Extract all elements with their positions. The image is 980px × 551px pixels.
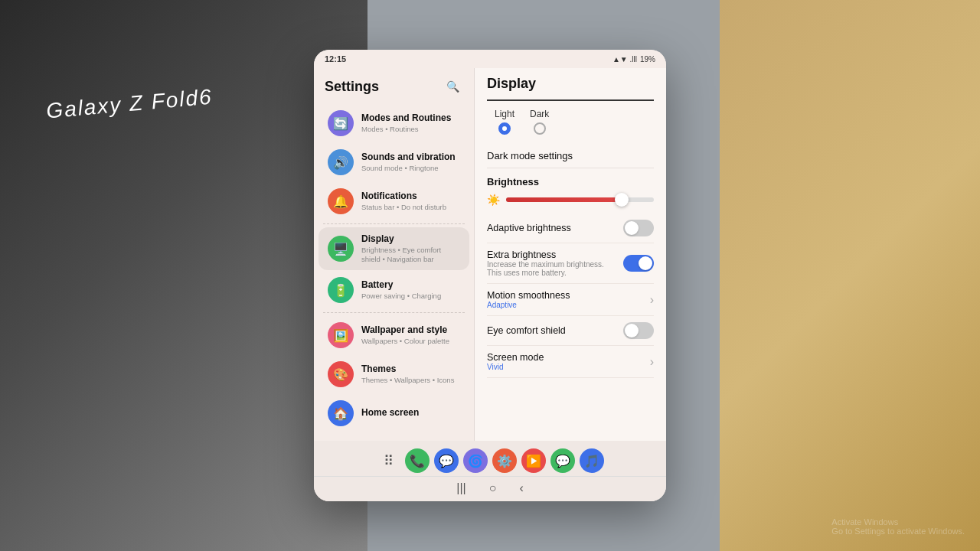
wallpaper-name: Wallpaper and style [361, 324, 460, 337]
sidebar-item-sounds[interactable]: 🔊 Sounds and vibration Sound mode • Ring… [318, 143, 469, 181]
settings-header: Settings 🔍 [314, 68, 474, 103]
system-nav: ||| ○ ‹ [314, 477, 666, 497]
sounds-text: Sounds and vibration Sound mode • Ringto… [361, 152, 460, 173]
eye-comfort-row: Eye comfort shield [487, 316, 654, 346]
nav-back-button[interactable]: ‹ [519, 481, 523, 495]
extra-brightness-sub: Increase the maximum brightness.This use… [487, 260, 623, 277]
status-signal: ▲▼ .lll [612, 55, 637, 64]
themes-name: Themes [361, 364, 460, 376]
dock-music[interactable]: 🎵 [580, 448, 604, 473]
motion-smoothness-text: Motion smoothness Adaptive [487, 290, 570, 309]
wallpaper-icon: 🖼️ [328, 322, 354, 348]
main-content: Settings 🔍 🔄 Modes and Routines Modes • … [314, 68, 666, 441]
dock-messages[interactable]: 💬 [434, 448, 459, 473]
extra-brightness-row: Extra brightness Increase the maximum br… [487, 243, 654, 284]
theme-dark-label: Dark [530, 109, 549, 119]
dock-apps-grid[interactable]: ⠿ [376, 448, 400, 473]
themes-text: Themes Themes • Wallpapers • Icons [361, 364, 460, 385]
adaptive-brightness-name: Adaptive brightness [487, 223, 623, 233]
settings-panel: Settings 🔍 🔄 Modes and Routines Modes • … [314, 68, 475, 441]
eye-comfort-text: Eye comfort shield [487, 325, 623, 336]
home-name: Home screen [361, 407, 460, 419]
device-label: Galaxy Z Fold6 [45, 85, 214, 124]
notifications-text: Notifications Status bar • Do not distur… [361, 191, 460, 212]
eye-comfort-name: Eye comfort shield [487, 325, 623, 336]
screen-mode-value: Vivid [487, 363, 544, 371]
brightness-thumb[interactable] [615, 193, 629, 207]
eye-comfort-toggle[interactable] [623, 322, 654, 339]
battery-icon: 🔋 [328, 277, 354, 303]
battery-name: Battery [361, 279, 460, 292]
extra-brightness-toggle[interactable] [623, 255, 654, 272]
motion-smoothness-value: Adaptive [487, 301, 570, 309]
notifications-sub: Status bar • Do not disturb [361, 203, 460, 212]
battery-text: Battery Power saving • Charging [361, 279, 460, 301]
display-panel: Display Light Dark Dark mode settings Br… [475, 68, 666, 441]
extra-brightness-name: Extra brightness [487, 249, 623, 260]
app-dock: ⠿ 📞 💬 🌀 ⚙️ ▶️ 💬 🎵 [314, 445, 666, 477]
themes-sub: Themes • Wallpapers • Icons [361, 376, 460, 385]
battery-sub: Power saving • Charging [361, 292, 460, 301]
adaptive-brightness-toggle[interactable] [623, 220, 654, 236]
background-right [720, 0, 980, 551]
screen-mode-name: Screen mode [487, 352, 544, 363]
nav-menu-button[interactable]: ||| [456, 481, 466, 495]
sidebar-item-display[interactable]: 🖥️ Display Brightness • Eye comfort shie… [318, 227, 469, 270]
brightness-label: Brightness [487, 176, 654, 187]
home-icon: 🏠 [328, 400, 354, 426]
brightness-row: ☀️ [487, 194, 654, 206]
theme-selector: Light Dark [487, 109, 654, 135]
background-left: Galaxy Z Fold6 [0, 0, 368, 551]
display-divider [487, 99, 654, 101]
dock-youtube[interactable]: ▶️ [521, 448, 546, 473]
sidebar-item-notifications[interactable]: 🔔 Notifications Status bar • Do not dist… [318, 182, 469, 220]
notifications-name: Notifications [361, 191, 460, 203]
theme-light-label: Light [495, 109, 514, 119]
display-title: Display [487, 76, 654, 92]
watermark-line2: Go to Settings to activate Windows. [831, 527, 965, 536]
theme-option-dark[interactable]: Dark [530, 109, 549, 135]
sidebar-item-wallpaper[interactable]: 🖼️ Wallpaper and style Wallpapers • Colo… [318, 316, 469, 354]
screen-mode-row[interactable]: Screen mode Vivid › [487, 346, 654, 378]
sidebar-item-modes[interactable]: 🔄 Modes and Routines Modes • Routines [318, 104, 469, 142]
nav-bar: ⠿ 📞 💬 🌀 ⚙️ ▶️ 💬 🎵 ||| ○ ‹ [314, 441, 666, 501]
notifications-icon: 🔔 [328, 188, 354, 214]
home-text: Home screen [361, 407, 460, 419]
phone-frame: 12:15 ▲▼ .lll 19% Settings 🔍 🔄 Modes and [314, 50, 666, 501]
adaptive-brightness-row: Adaptive brightness [487, 214, 654, 243]
theme-option-light[interactable]: Light [495, 109, 514, 135]
sidebar-item-battery[interactable]: 🔋 Battery Power saving • Charging [318, 271, 469, 309]
dark-mode-settings-link[interactable]: Dark mode settings [487, 144, 654, 168]
motion-smoothness-row[interactable]: Motion smoothness Adaptive › [487, 284, 654, 316]
screen-mode-text: Screen mode Vivid [487, 352, 544, 371]
theme-dark-radio[interactable] [534, 122, 546, 135]
dock-phone[interactable]: 📞 [405, 448, 430, 473]
status-bar: 12:15 ▲▼ .lll 19% [314, 50, 666, 68]
modes-sub: Modes • Routines [361, 125, 460, 134]
theme-light-radio[interactable] [498, 122, 511, 135]
wallpaper-sub: Wallpapers • Colour palette [361, 337, 460, 346]
chevron-right-icon: › [650, 293, 654, 307]
extra-brightness-text: Extra brightness Increase the maximum br… [487, 249, 623, 277]
divider-2 [323, 312, 465, 313]
themes-icon: 🎨 [328, 361, 354, 387]
status-right: ▲▼ .lll 19% [612, 55, 655, 64]
dock-chat[interactable]: 💬 [550, 448, 575, 473]
modes-name: Modes and Routines [361, 112, 460, 125]
dock-camera[interactable]: ⚙️ [492, 448, 517, 473]
brightness-slider[interactable] [506, 197, 654, 202]
watermark-line1: Activate Windows [831, 517, 965, 527]
sidebar-item-themes[interactable]: 🎨 Themes Themes • Wallpapers • Icons [318, 355, 469, 393]
nav-home-button[interactable]: ○ [489, 481, 497, 495]
wallpaper-text: Wallpaper and style Wallpapers • Colour … [361, 324, 460, 346]
search-button[interactable]: 🔍 [442, 76, 463, 97]
watermark: Activate Windows Go to Settings to activ… [831, 517, 965, 536]
screen-mode-chevron-icon: › [650, 355, 654, 369]
motion-smoothness-name: Motion smoothness [487, 290, 570, 301]
status-battery: 19% [640, 55, 655, 64]
sounds-icon: 🔊 [328, 149, 354, 175]
sidebar-item-home[interactable]: 🏠 Home screen [318, 394, 469, 432]
settings-title: Settings [325, 79, 379, 95]
adaptive-brightness-text: Adaptive brightness [487, 223, 623, 233]
dock-galaxy[interactable]: 🌀 [463, 448, 488, 473]
